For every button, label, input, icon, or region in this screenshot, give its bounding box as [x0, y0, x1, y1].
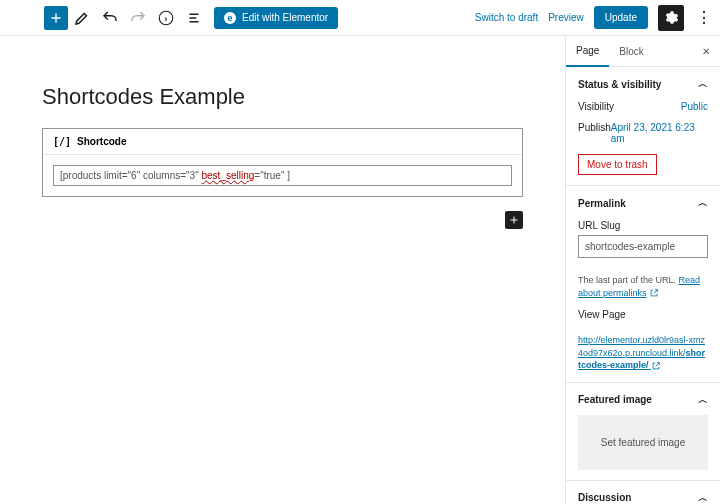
- elementor-label: Edit with Elementor: [242, 12, 328, 23]
- page-title[interactable]: Shortcodes Example: [42, 84, 523, 110]
- shortcode-label: Shortcode: [77, 136, 126, 147]
- edit-mode-button[interactable]: [68, 4, 96, 32]
- view-page-label: View Page: [578, 309, 708, 320]
- shortcode-block[interactable]: [/] Shortcode [products limit="6" column…: [42, 128, 523, 197]
- view-page-url[interactable]: http://elementor.uzld0lr9asl-xmz4od97x62…: [578, 334, 708, 372]
- switch-draft-button[interactable]: Switch to draft: [475, 12, 538, 23]
- visibility-value[interactable]: Public: [681, 101, 708, 112]
- info-button[interactable]: [152, 4, 180, 32]
- undo-button[interactable]: [96, 4, 124, 32]
- discussion-panel: Discussion︿ Allow comments: [566, 481, 720, 504]
- move-to-trash-button[interactable]: Move to trash: [578, 154, 657, 175]
- permalink-panel: Permalink︿ URL Slug The last part of the…: [566, 186, 720, 383]
- url-slug-input[interactable]: [578, 235, 708, 258]
- shortcode-icon: [/]: [53, 136, 71, 147]
- url-slug-label: URL Slug: [578, 220, 708, 231]
- top-toolbar: e Edit with Elementor Switch to draft Pr…: [0, 0, 720, 36]
- status-visibility-toggle[interactable]: Status & visibility︿: [578, 77, 708, 91]
- external-link-icon: [649, 288, 659, 298]
- update-button[interactable]: Update: [594, 6, 648, 29]
- discussion-toggle[interactable]: Discussion︿: [578, 491, 708, 504]
- redo-button[interactable]: [124, 4, 152, 32]
- visibility-label: Visibility: [578, 101, 614, 112]
- shortcode-block-header: [/] Shortcode: [43, 129, 522, 155]
- set-featured-image-button[interactable]: Set featured image: [578, 415, 708, 470]
- chevron-up-icon: ︿: [698, 77, 708, 91]
- append-block-button[interactable]: [505, 211, 523, 229]
- outline-button[interactable]: [180, 4, 208, 32]
- add-block-button[interactable]: [44, 6, 68, 30]
- preview-button[interactable]: Preview: [548, 12, 584, 23]
- shortcode-input[interactable]: [products limit="6" columns="3" best_sel…: [53, 165, 512, 186]
- tab-block[interactable]: Block: [609, 37, 653, 66]
- publish-value[interactable]: April 23, 2021 6:23 am: [611, 122, 708, 144]
- close-sidebar-button[interactable]: ✕: [692, 46, 720, 57]
- status-visibility-panel: Status & visibility︿ Visibility Public P…: [566, 67, 720, 186]
- external-link-icon: [651, 361, 661, 371]
- permalink-help: The last part of the URL. Read about per…: [578, 274, 708, 299]
- chevron-up-icon: ︿: [698, 393, 708, 407]
- chevron-up-icon: ︿: [698, 196, 708, 210]
- more-options-button[interactable]: ⋮: [694, 8, 714, 27]
- chevron-up-icon: ︿: [698, 491, 708, 504]
- sidebar-tabs: Page Block ✕: [566, 36, 720, 67]
- featured-image-toggle[interactable]: Featured image︿: [578, 393, 708, 407]
- permalink-toggle[interactable]: Permalink︿: [578, 196, 708, 210]
- tab-page[interactable]: Page: [566, 36, 609, 67]
- featured-image-panel: Featured image︿ Set featured image: [566, 383, 720, 481]
- editor-canvas: Shortcodes Example [/] Shortcode [produc…: [0, 0, 565, 504]
- elementor-icon: e: [224, 12, 236, 24]
- settings-sidebar: Page Block ✕ Status & visibility︿ Visibi…: [565, 0, 720, 504]
- settings-button[interactable]: [658, 5, 684, 31]
- edit-elementor-button[interactable]: e Edit with Elementor: [214, 7, 338, 29]
- publish-label: Publish: [578, 122, 611, 144]
